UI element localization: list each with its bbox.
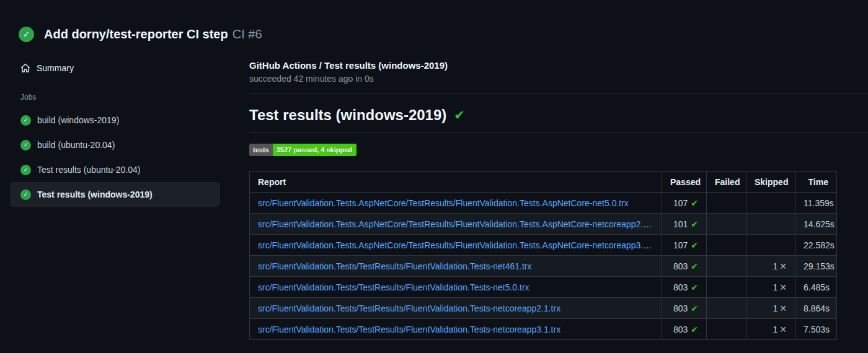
job-label: build (windows-2019): [37, 115, 119, 125]
table-row: src/FluentValidation.Tests.AspNetCore/Te…: [250, 214, 837, 235]
skipped-cell: 1✕: [746, 298, 795, 319]
failed-cell: [707, 235, 746, 256]
sidebar-item-summary[interactable]: Summary: [10, 57, 232, 79]
time-cell: 7.503s: [795, 319, 837, 340]
skipped-cell: 1✕: [746, 277, 795, 298]
report-link[interactable]: src/FluentValidation.Tests.AspNetCore/Te…: [258, 219, 660, 229]
job-success-check-circle-icon: ✓: [20, 165, 31, 175]
test-results-table: Report Passed Failed Skipped Time src/Fl…: [249, 171, 837, 340]
skipped-cell: 1✕: [746, 256, 795, 277]
failed-cell: [707, 256, 746, 277]
report-cell: src/FluentValidation.Tests/TestResults/F…: [250, 298, 662, 319]
column-header-skipped: Skipped: [746, 172, 795, 193]
report-cell: src/FluentValidation.Tests/TestResults/F…: [250, 256, 662, 277]
skipped-cell: [746, 235, 795, 256]
failed-cell: [707, 298, 746, 319]
check-run-status: succeeded 42 minutes ago in 0s: [249, 74, 868, 84]
report-cell: src/FluentValidation.Tests.AspNetCore/Te…: [250, 214, 662, 235]
failed-cell: [707, 193, 746, 214]
passed-check-icon: ✔: [691, 219, 698, 229]
skipped-x-icon: ✕: [779, 303, 787, 313]
report-link[interactable]: src/FluentValidation.Tests/TestResults/F…: [258, 325, 560, 334]
passed-cell: 803✔: [662, 277, 707, 298]
job-list: ✓ build (windows-2019) ✓ build (ubuntu-2…: [10, 108, 232, 207]
section-check-icon: ✔: [454, 109, 465, 122]
report-link[interactable]: src/FluentValidation.Tests.AspNetCore/Te…: [258, 198, 629, 208]
main-panel: GitHub Actions / Test results (windows-2…: [242, 52, 868, 340]
skipped-x-icon: ✕: [779, 261, 787, 271]
jobs-section-label: Jobs: [10, 79, 232, 108]
column-header-passed: Passed: [662, 172, 707, 193]
failed-cell: [707, 277, 746, 298]
passed-check-icon: ✔: [691, 282, 698, 292]
job-label: Test results (windows-2019): [37, 190, 153, 199]
sidebar-job-item-3[interactable]: ✓ Test results (ubuntu-20.04): [10, 157, 220, 182]
passed-cell: 107✔: [662, 193, 707, 214]
skipped-x-icon: ✕: [779, 282, 787, 292]
passed-cell: 101✔: [662, 214, 707, 235]
job-success-check-circle-icon: ✓: [20, 115, 31, 126]
time-cell: 29.153s: [795, 256, 837, 277]
passed-check-icon: ✔: [691, 303, 698, 313]
job-success-check-circle-icon: ✓: [20, 140, 31, 150]
table-row: src/FluentValidation.Tests/TestResults/F…: [250, 277, 837, 298]
job-success-check-circle-icon: ✓: [20, 190, 31, 200]
time-cell: 8.864s: [795, 298, 837, 319]
sidebar-summary-label: Summary: [37, 63, 74, 73]
tests-badge: tests 3527 passed, 4 skipped: [249, 144, 356, 156]
table-row: src/FluentValidation.Tests/TestResults/F…: [250, 319, 837, 340]
skipped-cell: [746, 193, 795, 214]
sidebar-job-item-2[interactable]: ✓ build (ubuntu-20.04): [10, 133, 220, 157]
report-cell: src/FluentValidation.Tests.AspNetCore/Te…: [250, 193, 662, 214]
time-cell: 11.359s: [795, 193, 837, 214]
time-cell: 6.485s: [795, 277, 837, 298]
column-header-report: Report: [250, 172, 662, 193]
skipped-cell: 1✕: [746, 319, 795, 340]
section-title-row: Test results (windows-2019) ✔: [249, 107, 868, 133]
report-link[interactable]: src/FluentValidation.Tests/TestResults/F…: [258, 261, 531, 271]
time-cell: 14.625s: [795, 214, 837, 235]
jobs-sidebar: Summary Jobs ✓ build (windows-2019) ✓ bu…: [0, 52, 242, 207]
job-label: Test results (ubuntu-20.04): [37, 165, 141, 175]
sidebar-job-item-1[interactable]: ✓ build (windows-2019): [10, 108, 220, 133]
passed-cell: 803✔: [662, 319, 707, 340]
home-icon: [20, 63, 30, 73]
passed-check-icon: ✔: [691, 261, 698, 271]
content-area: Summary Jobs ✓ build (windows-2019) ✓ bu…: [0, 52, 868, 340]
table-header-row: Report Passed Failed Skipped Time: [250, 172, 837, 193]
column-header-time: Time: [795, 172, 837, 193]
skipped-x-icon: ✕: [779, 325, 787, 334]
passed-check-icon: ✔: [691, 198, 698, 208]
passed-check-icon: ✔: [691, 240, 698, 250]
report-link[interactable]: src/FluentValidation.Tests/TestResults/F…: [258, 303, 560, 313]
report-cell: src/FluentValidation.Tests/TestResults/F…: [250, 277, 662, 298]
run-title: Add dorny/test-reporter CI step: [44, 27, 228, 41]
report-link[interactable]: src/FluentValidation.Tests/TestResults/F…: [258, 282, 529, 292]
time-cell: 22.582s: [795, 235, 837, 256]
report-link[interactable]: src/FluentValidation.Tests.AspNetCore/Te…: [258, 240, 660, 250]
table-row: src/FluentValidation.Tests/TestResults/F…: [250, 298, 837, 319]
check-run-title: GitHub Actions / Test results (windows-2…: [249, 60, 868, 71]
table-row: src/FluentValidation.Tests.AspNetCore/Te…: [250, 193, 837, 214]
skipped-cell: [746, 214, 795, 235]
run-header: ✓ Add dorny/test-reporter CI step CI #6: [0, 0, 868, 52]
report-cell: src/FluentValidation.Tests.AspNetCore/Te…: [250, 235, 662, 256]
passed-cell: 803✔: [662, 256, 707, 277]
column-header-failed: Failed: [707, 172, 746, 193]
run-success-check-circle-icon: ✓: [19, 27, 34, 42]
tests-badge-value: 3527 passed, 4 skipped: [273, 144, 356, 156]
section-title: Test results (windows-2019): [249, 107, 446, 124]
report-cell: src/FluentValidation.Tests/TestResults/F…: [250, 319, 662, 340]
passed-check-icon: ✔: [691, 325, 698, 334]
table-row: src/FluentValidation.Tests/TestResults/F…: [250, 256, 837, 277]
passed-cell: 107✔: [662, 235, 707, 256]
sidebar-job-item-4[interactable]: ✓ Test results (windows-2019): [10, 182, 220, 207]
passed-cell: 803✔: [662, 298, 707, 319]
job-label: build (ubuntu-20.04): [37, 140, 115, 150]
run-number: CI #6: [232, 27, 262, 41]
divider: [249, 93, 868, 94]
failed-cell: [707, 319, 746, 340]
failed-cell: [707, 214, 746, 235]
table-row: src/FluentValidation.Tests.AspNetCore/Te…: [250, 235, 837, 256]
tests-badge-label: tests: [249, 144, 273, 156]
